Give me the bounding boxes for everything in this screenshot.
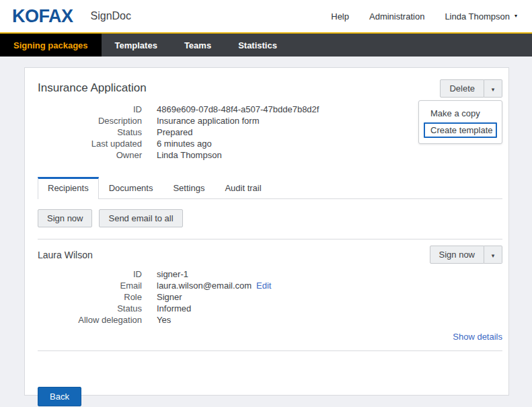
signer-email-value: laura.wilson@email.com	[157, 280, 252, 291]
detail-label: Last updated	[38, 138, 142, 149]
nav-item-teams[interactable]: Teams	[171, 34, 225, 57]
administration-link[interactable]: Administration	[369, 11, 424, 22]
package-description-value: Insurance application form	[157, 115, 259, 126]
chevron-down-icon: ▾	[492, 86, 495, 93]
allow-delegation-value: Yes	[157, 314, 171, 326]
chevron-down-icon: ▾	[515, 13, 517, 19]
package-status-value: Prepared	[157, 126, 192, 138]
menu-item-create-template[interactable]: Create template	[424, 122, 497, 138]
edit-email-link[interactable]: Edit	[256, 280, 271, 291]
package-tabs: Recipients Documents Settings Audit trai…	[38, 177, 502, 199]
product-name: SignDoc	[91, 10, 131, 22]
recipient-details: ID signer-1 Email laura.wilson@email.com…	[38, 268, 502, 326]
delete-split-button: Delete ▾	[440, 79, 502, 98]
package-header: Insurance Application Delete ▾	[38, 68, 502, 98]
detail-row-role: Role Signer	[38, 291, 502, 303]
user-menu[interactable]: Linda Thompson ▾	[445, 11, 517, 22]
package-id-value: 4869e609-07d8-48f4-a507-47bdde7b8d2f	[157, 104, 319, 115]
detail-label: Status	[38, 303, 142, 314]
detail-label: Owner	[38, 149, 142, 161]
tab-recipients[interactable]: Recipients	[38, 177, 99, 199]
signer-status-value: Informed	[157, 303, 191, 314]
header-links: Help Administration Linda Thompson ▾	[331, 11, 517, 22]
tab-settings[interactable]: Settings	[163, 178, 215, 198]
detail-row-signer-status: Status Informed	[38, 303, 502, 314]
detail-label: Description	[38, 115, 142, 126]
detail-row-owner: Owner Linda Thompson	[38, 149, 502, 161]
detail-label: Email	[38, 280, 142, 291]
show-details-row: Show details	[38, 332, 502, 342]
send-email-to-all-button[interactable]: Send email to all	[99, 209, 182, 227]
detail-label: ID	[38, 104, 142, 115]
signing-package-card: Insurance Application Delete ▾ Make a co…	[24, 67, 509, 396]
detail-row-email: Email laura.wilson@email.com Edit	[38, 280, 502, 291]
nav-item-statistics[interactable]: Statistics	[225, 34, 291, 57]
recipient-sign-now-menu-toggle[interactable]: ▾	[484, 246, 502, 264]
kofax-logo: KOFAX	[12, 7, 73, 26]
detail-label: Role	[38, 291, 142, 303]
recipient-sign-now-split-button: Sign now ▾	[430, 246, 502, 264]
detail-label: Status	[38, 126, 142, 138]
detail-label: ID	[38, 268, 142, 280]
sign-now-button[interactable]: Sign now	[38, 209, 92, 227]
recipients-actions: Sign now Send email to all	[38, 209, 502, 227]
show-details-link[interactable]: Show details	[453, 332, 502, 342]
main-area: Insurance Application Delete ▾ Make a co…	[0, 57, 532, 396]
detail-row-signer-id: ID signer-1	[38, 268, 502, 280]
menu-item-make-a-copy[interactable]: Make a copy	[419, 106, 502, 121]
divider	[38, 350, 502, 351]
recipient-name: Laura Wilson	[38, 250, 93, 260]
app-header: KOFAX SignDoc Help Administration Linda …	[0, 0, 532, 32]
tab-documents[interactable]: Documents	[99, 178, 163, 198]
main-navbar: Signing packages Templates Teams Statist…	[0, 32, 532, 57]
user-name: Linda Thompson	[445, 11, 510, 22]
delete-dropdown-menu: Make a copy Create template	[418, 100, 502, 144]
back-button[interactable]: Back	[38, 387, 81, 406]
signer-role-value: Signer	[157, 291, 182, 303]
help-link[interactable]: Help	[331, 11, 349, 22]
tab-audit-trail[interactable]: Audit trail	[215, 178, 271, 198]
recipient-sign-now-button[interactable]: Sign now	[430, 246, 484, 264]
recipient-header: Laura Wilson Sign now ▾	[38, 246, 502, 264]
nav-item-signing-packages[interactable]: Signing packages	[0, 34, 102, 57]
nav-item-templates[interactable]: Templates	[102, 34, 171, 57]
delete-menu-toggle[interactable]: ▾	[484, 79, 502, 98]
package-owner-value: Linda Thompson	[157, 149, 222, 161]
page-title: Insurance Application	[38, 81, 147, 95]
delete-button[interactable]: Delete	[440, 79, 484, 98]
detail-label: Allow delegation	[38, 314, 142, 326]
package-last-updated-value: 6 minutes ago	[157, 138, 212, 149]
divider	[38, 239, 502, 239]
chevron-down-icon: ▾	[492, 252, 495, 259]
signer-id-value: signer-1	[157, 268, 188, 280]
detail-row-allow-delegation: Allow delegation Yes	[38, 314, 502, 326]
